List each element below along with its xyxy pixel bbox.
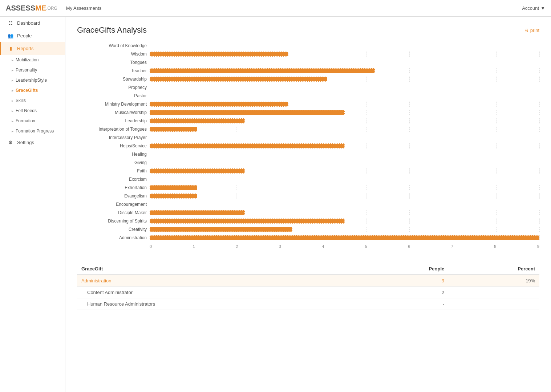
account-menu[interactable]: Account ▼ (522, 5, 545, 11)
axis-tick: 8 (494, 244, 496, 249)
chart-row: Healing (77, 151, 539, 158)
chart-bar-area (150, 219, 539, 224)
chart-row: Prophecy (77, 84, 539, 91)
sidebar-sub-personality[interactable]: ▸ Personality (0, 65, 65, 75)
chart-bar (150, 210, 245, 215)
chart-bar-area (150, 118, 539, 123)
chart-label: Word of Knowledge (77, 43, 150, 48)
dashboard-icon: ☷ (7, 20, 14, 26)
chart-bar-area (150, 210, 539, 215)
chart-bar (150, 143, 345, 148)
percent-cell: 19% (449, 275, 539, 287)
col-people: People (364, 263, 449, 275)
gracegifts-table: GraceGift People Percent Administration … (77, 263, 539, 310)
sidebar-item-reports[interactable]: ▮ Reports (0, 42, 65, 55)
arrow-icon: ▸ (12, 119, 13, 123)
sidebar-gracegifts-label: GraceGifts (16, 88, 38, 93)
topnav: ASSESSME.ORG My Assessments Account ▼ (0, 0, 551, 17)
chart-bar-area (150, 235, 539, 240)
print-label: print (530, 28, 539, 33)
sidebar-sub-leadershipstyle[interactable]: ▸ LeadershipStyle (0, 75, 65, 85)
chart-bar-area (150, 77, 539, 82)
percent-cell (449, 287, 539, 298)
chart-label: Giving (77, 160, 150, 165)
chart-label: Evangelism (77, 193, 150, 199)
chart-label: Faith (77, 168, 150, 173)
chart-row: Exhortation (77, 184, 539, 191)
logo-assess-text: ASSESS (6, 4, 35, 12)
percent-cell (449, 298, 539, 310)
chart-bar (150, 77, 327, 82)
sidebar-item-people[interactable]: 👥 People (0, 29, 65, 42)
account-label: Account (522, 5, 539, 11)
chart-bar (150, 235, 539, 240)
chart-axis: 0123456789 (77, 243, 539, 249)
table-row: Content Administrator 2 (77, 287, 539, 298)
my-assessments-link[interactable]: My Assessments (66, 5, 102, 11)
sidebar-leadershipstyle-label: LeadershipStyle (16, 78, 47, 83)
axis-tick: 1 (193, 244, 195, 249)
chart-bar (150, 227, 292, 232)
chart-label: Wisdom (77, 52, 150, 57)
axis-tick: 5 (365, 244, 367, 249)
chart-row: Evangelism (77, 192, 539, 200)
sidebar-skills-label: Skills (16, 98, 26, 103)
chart-bar-area (150, 227, 539, 232)
sidebar-mobilization-label: Mobilization (16, 57, 39, 62)
chart-bar-area (150, 52, 539, 57)
sidebar-people-label: People (17, 33, 32, 38)
sidebar-sub-felt-needs[interactable]: ▸ Felt Needs (0, 106, 65, 116)
sidebar-settings-label: Settings (17, 140, 34, 145)
sidebar-sub-formation[interactable]: ▸ Formation (0, 116, 65, 126)
arrow-icon: ▸ (12, 109, 13, 113)
account-caret-icon: ▼ (540, 5, 545, 11)
sidebar-felt-needs-label: Felt Needs (16, 108, 37, 113)
gracegift-cell[interactable]: Administration (77, 275, 364, 287)
chart-bar (150, 68, 375, 73)
chart-row: Intercessory Prayer (77, 134, 539, 141)
people-cell[interactable]: 9 (364, 275, 449, 287)
arrow-icon: ▸ (12, 58, 13, 62)
gracegift-cell: Content Administrator (77, 287, 364, 298)
axis-tick: 6 (408, 244, 410, 249)
sidebar-sub-formation-progress[interactable]: ▸ Formation Progress (0, 126, 65, 136)
axis-tick: 0 (150, 244, 152, 249)
chart-row: Ministry Development (77, 101, 539, 108)
col-gracegift: GraceGift (77, 263, 364, 275)
chart-label: Ministry Development (77, 102, 150, 107)
chart-bar-area (150, 68, 539, 73)
sidebar-item-dashboard[interactable]: ☷ Dashboard (0, 17, 65, 29)
sidebar-item-settings[interactable]: ⚙ Settings (0, 136, 65, 149)
chart-bar-area (150, 193, 539, 199)
reports-icon: ▮ (7, 46, 14, 51)
chart-row: Encouragement (77, 201, 539, 208)
chart-row: Faith (77, 167, 539, 175)
sidebar-formation-progress-label: Formation Progress (16, 128, 54, 134)
chart-bar (150, 168, 245, 173)
chart-label: Stewardship (77, 77, 150, 82)
chart-label: Musical/Worship (77, 110, 150, 115)
chart-label: Creativity (77, 227, 150, 232)
axis-tick: 7 (451, 244, 453, 249)
chart-row: Creativity (77, 226, 539, 233)
sidebar-sub-mobilization[interactable]: ▸ Mobilization (0, 55, 65, 65)
chart-bar-area (150, 185, 539, 190)
chart-label: Exorcism (77, 177, 150, 182)
settings-icon: ⚙ (7, 140, 14, 145)
people-icon: 👥 (7, 33, 14, 38)
chart-row: Leadership (77, 117, 539, 124)
sidebar-sub-gracegifts[interactable]: ▸ GraceGifts (0, 85, 65, 95)
arrow-icon: ▸ (12, 99, 13, 103)
print-button[interactable]: 🖨 print (524, 28, 539, 33)
chart-row: Administration (77, 234, 539, 241)
chart-bar-area (150, 110, 539, 115)
sidebar-sub-skills[interactable]: ▸ Skills (0, 95, 65, 106)
chart-bar (150, 118, 245, 123)
chart-row: Exorcism (77, 176, 539, 183)
chart-bar (150, 110, 345, 115)
chart-axis-ticks: 0123456789 (150, 243, 539, 249)
page-title-text: GraceGifts Analysis (77, 25, 147, 35)
chart-row: Musical/Worship (77, 109, 539, 116)
layout: ☷ Dashboard 👥 People ▮ Reports ▸ Mobiliz… (0, 17, 551, 392)
people-cell: - (364, 298, 449, 310)
